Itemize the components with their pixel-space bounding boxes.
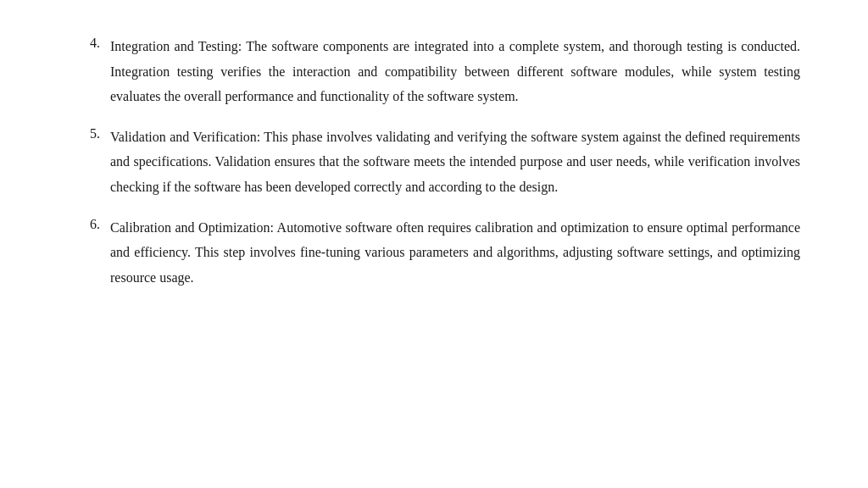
ordered-list: 4. Integration and Testing: The software…: [68, 34, 800, 290]
page-content: 4. Integration and Testing: The software…: [0, 0, 868, 339]
item-text-4: Integration and Testing: The software co…: [110, 34, 800, 109]
item-number-5: 5.: [68, 125, 110, 141]
list-item: 6. Calibration and Optimization: Automot…: [68, 215, 800, 291]
item-text-6: Calibration and Optimization: Automotive…: [110, 215, 800, 291]
item-text-5: Validation and Verification: This phase …: [110, 125, 800, 200]
item-number-6: 6.: [68, 215, 110, 232]
list-item: 4. Integration and Testing: The software…: [68, 34, 800, 109]
item-number-4: 4.: [68, 34, 110, 51]
list-item: 5. Validation and Verification: This pha…: [68, 125, 800, 200]
